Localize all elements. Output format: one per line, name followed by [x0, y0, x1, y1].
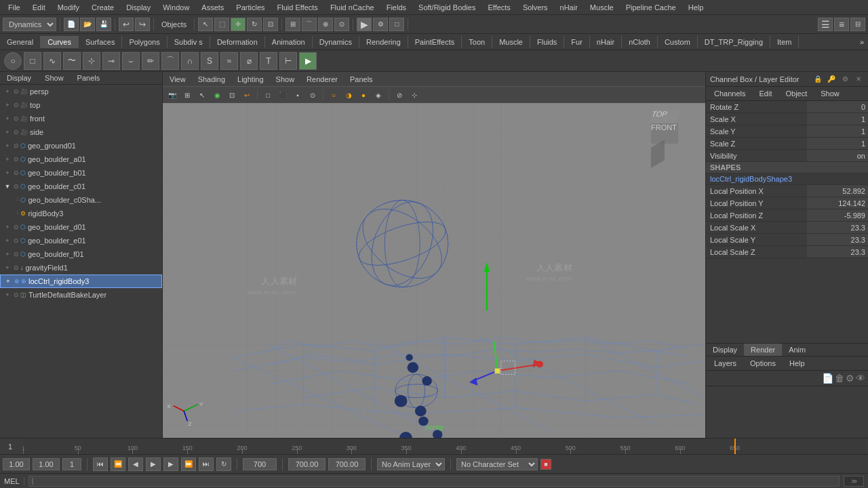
ch-local-scale-x-value[interactable]: 23.3 — [807, 222, 868, 233]
snap-view-btn[interactable]: ⊙ — [334, 18, 349, 31]
outliner-tab-display[interactable]: Display — [0, 72, 38, 84]
vp-menu-lighting[interactable]: Lighting — [233, 74, 268, 85]
ch-scale-x-value[interactable]: 1 — [807, 113, 868, 125]
tab-ncloth[interactable]: nCloth — [622, 36, 658, 48]
rp-subtab-layers[interactable]: Layers — [709, 358, 742, 369]
mel-input[interactable]: | — [28, 476, 840, 487]
vp-tool-wire[interactable]: □ — [261, 88, 275, 102]
cb-icon-key[interactable]: 🔑 — [826, 74, 837, 85]
ch-local-scale-z[interactable]: Local Scale Z 23.3 — [706, 246, 868, 258]
cb-icon-close[interactable]: ✕ — [853, 74, 864, 85]
tab-subdivs[interactable]: Subdiv s — [167, 36, 210, 48]
outliner-item-geo-boulder-f01[interactable]: + ⊙ ⬡ geo_boulder_f01 — [0, 247, 162, 261]
vp-tool-light1[interactable]: ○ — [327, 88, 340, 102]
playback-field1[interactable] — [3, 458, 30, 470]
expand-geo-boulder-d01[interactable]: + — [3, 222, 12, 232]
new-scene-btn[interactable]: 📄 — [64, 18, 79, 31]
outliner-item-geo-boulder-c0sha[interactable]: └ ⬡ geo_boulder_c0Sha... — [0, 193, 162, 207]
tab-muscle[interactable]: Muscle — [492, 36, 530, 48]
rotate-btn[interactable]: ↻ — [247, 18, 262, 31]
expand-geo-boulder-a01[interactable]: + — [3, 155, 12, 164]
ch-visibility[interactable]: Visibility on — [706, 150, 868, 162]
vp-tool-undo[interactable]: ↩ — [240, 88, 254, 102]
tab-item[interactable]: Item — [770, 36, 799, 48]
outliner-item-turtledefaultbakelayer[interactable]: + ⊙ ◫ TurtleDefaultBakeLayer — [0, 288, 162, 302]
menu-nhair[interactable]: nHair — [555, 2, 583, 13]
menu-muscle[interactable]: Muscle — [585, 2, 619, 13]
cb-icon-settings[interactable]: ⚙ — [840, 74, 850, 85]
snap-grid-btn[interactable]: ⊞ — [285, 18, 300, 31]
tab-custom[interactable]: Custom — [658, 36, 698, 48]
menu-effects[interactable]: Effects — [482, 2, 515, 13]
tool-measure[interactable]: ⊢ — [279, 52, 297, 70]
ch-local-scale-y-value[interactable]: 23.3 — [807, 234, 868, 245]
time-field1[interactable] — [288, 458, 326, 470]
outliner-item-geo-boulder-a01[interactable]: + ⊙ ⬡ geo_boulder_a01 — [0, 152, 162, 166]
time-field2[interactable] — [328, 458, 366, 470]
rp-tab-anim[interactable]: Anim — [782, 344, 812, 356]
layer-delete-icon[interactable]: 🗑 — [835, 373, 844, 384]
playback-field3[interactable] — [62, 458, 81, 470]
cb-tab-edit[interactable]: Edit — [753, 88, 777, 99]
tool-arc1[interactable]: ⌒ — [161, 52, 179, 70]
outliner-item-side[interactable]: + ⊙ 🎥 side — [0, 125, 162, 139]
tool-ep-curve[interactable]: ⊸ — [102, 52, 120, 70]
tab-painteffects[interactable]: PaintEffects — [408, 36, 462, 48]
cb-tab-object[interactable]: Object — [780, 88, 812, 99]
tool-circle[interactable]: ○ — [4, 52, 22, 70]
vp-tool-light3[interactable]: ● — [357, 88, 370, 102]
menu-window[interactable]: Window — [157, 2, 195, 13]
snap-point-btn[interactable]: ⊕ — [318, 18, 333, 31]
vp-tool-grid[interactable]: ⊞ — [180, 88, 194, 102]
tab-surfaces[interactable]: Surfaces — [79, 36, 122, 48]
scale-btn[interactable]: ⊡ — [263, 18, 278, 31]
playback-next-btn[interactable]: ▶ — [163, 458, 178, 471]
tool-arc2[interactable]: ∩ — [181, 52, 199, 70]
tabs-scroll-right[interactable]: » — [856, 36, 868, 48]
snap-curve-btn[interactable]: ⌒ — [302, 18, 317, 31]
ch-visibility-value[interactable]: on — [807, 150, 868, 161]
tool-cv-curve[interactable]: ⊹ — [83, 52, 100, 70]
rp-tab-render[interactable]: Render — [744, 344, 782, 356]
ch-local-pos-y-value[interactable]: 124.142 — [807, 197, 868, 209]
layer-visibility-icon[interactable]: 👁 — [856, 373, 865, 384]
tool-curve2[interactable]: 〜 — [63, 52, 81, 70]
expand-geo-boulder-c01[interactable]: ▼ — [3, 182, 12, 191]
outliner-item-geo-boulder-c01[interactable]: ▼ ⊙ ⬡ geo_boulder_c01 — [0, 180, 162, 193]
ch-local-pos-x-value[interactable]: 52.892 — [807, 185, 868, 197]
expand-locctrl-rigidbody3[interactable]: + — [3, 277, 13, 286]
tab-fluids[interactable]: Fluids — [530, 36, 564, 48]
ch-local-scale-z-value[interactable]: 23.3 — [807, 246, 868, 258]
vp-tool-shadow[interactable]: ◈ — [372, 88, 385, 102]
tool-pencil[interactable]: ✏ — [142, 52, 159, 70]
vp-tool-paint[interactable]: ◉ — [210, 88, 224, 102]
vp-tool-select[interactable]: ↖ — [195, 88, 209, 102]
tool-play[interactable]: ▶ — [299, 52, 317, 70]
outliner-item-geo-boulder-e01[interactable]: + ⊙ ⬡ geo_boulder_e01 — [0, 234, 162, 247]
playback-play-btn[interactable]: ▶ — [146, 458, 161, 471]
expand-turtledefaultbakelayer[interactable]: + — [3, 290, 12, 300]
undo-btn[interactable]: ↩ — [119, 18, 134, 31]
expand-geo-boulder-e01[interactable]: + — [3, 236, 12, 245]
expand-gravityfield1[interactable]: + — [3, 263, 12, 272]
vp-tool-grid2[interactable]: ⊹ — [408, 88, 421, 102]
tab-curves[interactable]: Curves — [41, 36, 79, 48]
anim-layer-select[interactable]: No Anim Layer — [377, 458, 445, 470]
ch-scale-z[interactable]: Scale Z 1 — [706, 138, 868, 150]
cb-tab-show[interactable]: Show — [815, 88, 845, 99]
move-btn[interactable]: ✛ — [231, 18, 245, 31]
menu-display[interactable]: Display — [121, 2, 156, 13]
outliner-item-top[interactable]: + ⊙ 🎥 top — [0, 98, 162, 112]
tool-square[interactable]: □ — [24, 52, 41, 70]
ch-scale-y-value[interactable]: 1 — [807, 125, 868, 137]
lasso-btn[interactable]: ⬚ — [214, 18, 229, 31]
tool-wave[interactable]: ≈ — [220, 52, 238, 70]
outliner-item-front[interactable]: + ⊙ 🎥 front — [0, 112, 162, 125]
playback-last-btn[interactable]: ⏭ — [199, 458, 214, 471]
tool-text[interactable]: T — [260, 52, 277, 70]
channel-box-btn[interactable]: ☰ — [818, 18, 833, 31]
menu-modify[interactable]: Modify — [52, 2, 85, 13]
vp-menu-panels[interactable]: Panels — [346, 74, 377, 85]
outliner-scroll[interactable]: + ⊙ 🎥 persp + ⊙ 🎥 top + ⊙ 🎥 front + — [0, 85, 162, 434]
layer-settings-icon[interactable]: ⚙ — [846, 373, 854, 384]
